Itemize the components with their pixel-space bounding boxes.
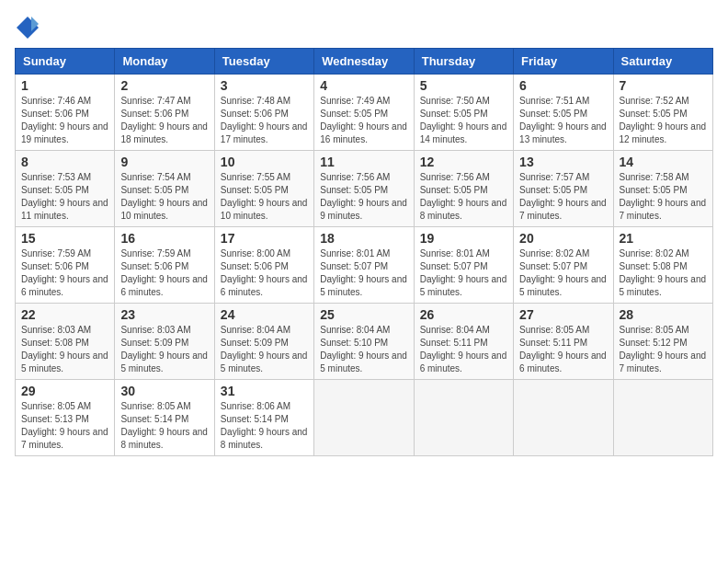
day-info: Sunrise: 8:00 AMSunset: 5:06 PMDaylight:… <box>221 247 308 299</box>
day-number: 31 <box>221 384 308 398</box>
header-sunday: Sunday <box>16 49 115 75</box>
day-number: 13 <box>519 155 607 169</box>
day-info: Sunrise: 7:56 AMSunset: 5:05 PMDaylight:… <box>420 171 507 223</box>
day-info: Sunrise: 7:50 AMSunset: 5:05 PMDaylight:… <box>420 95 507 146</box>
day-info: Sunrise: 8:03 AMSunset: 5:08 PMDaylight:… <box>21 324 108 375</box>
day-info: Sunrise: 8:05 AMSunset: 5:12 PMDaylight:… <box>620 324 707 375</box>
day-info: Sunrise: 8:05 AMSunset: 5:14 PMDaylight:… <box>120 400 208 452</box>
day-number: 10 <box>221 155 308 169</box>
day-number: 22 <box>21 307 108 322</box>
day-info: Sunrise: 8:04 AMSunset: 5:09 PMDaylight:… <box>221 324 308 375</box>
day-number: 1 <box>21 78 108 93</box>
day-info: Sunrise: 7:48 AMSunset: 5:06 PMDaylight:… <box>221 95 308 146</box>
day-info: Sunrise: 8:03 AMSunset: 5:09 PMDaylight:… <box>120 324 208 375</box>
day-cell-31: 31Sunrise: 8:06 AMSunset: 5:14 PMDayligh… <box>214 380 313 456</box>
day-cell-6: 6Sunrise: 7:51 AMSunset: 5:05 PMDaylight… <box>514 75 613 151</box>
day-cell-29: 29Sunrise: 8:05 AMSunset: 5:13 PMDayligh… <box>16 380 115 456</box>
day-info: Sunrise: 7:53 AMSunset: 5:05 PMDaylight:… <box>21 171 108 223</box>
day-cell-2: 2Sunrise: 7:47 AMSunset: 5:06 PMDaylight… <box>115 75 214 151</box>
day-info: Sunrise: 8:02 AMSunset: 5:07 PMDaylight:… <box>519 247 607 299</box>
day-info: Sunrise: 8:01 AMSunset: 5:07 PMDaylight:… <box>420 247 507 299</box>
week-row-3: 15Sunrise: 7:59 AMSunset: 5:06 PMDayligh… <box>16 227 713 304</box>
day-info: Sunrise: 8:05 AMSunset: 5:13 PMDaylight:… <box>21 400 108 452</box>
day-info: Sunrise: 7:54 AMSunset: 5:05 PMDaylight:… <box>120 171 208 223</box>
day-number: 8 <box>21 155 108 169</box>
day-cell-8: 8Sunrise: 7:53 AMSunset: 5:05 PMDaylight… <box>16 151 115 227</box>
day-info: Sunrise: 7:57 AMSunset: 5:05 PMDaylight:… <box>519 171 607 223</box>
header-saturday: Saturday <box>613 49 712 75</box>
day-number: 11 <box>320 155 407 169</box>
day-number: 25 <box>320 307 407 322</box>
day-cell-7: 7Sunrise: 7:52 AMSunset: 5:05 PMDaylight… <box>613 75 712 151</box>
day-info: Sunrise: 8:05 AMSunset: 5:11 PMDaylight:… <box>519 324 607 375</box>
day-cell-10: 10Sunrise: 7:55 AMSunset: 5:05 PMDayligh… <box>214 151 313 227</box>
day-number: 23 <box>120 307 208 322</box>
day-info: Sunrise: 7:59 AMSunset: 5:06 PMDaylight:… <box>120 247 208 299</box>
day-cell-17: 17Sunrise: 8:00 AMSunset: 5:06 PMDayligh… <box>214 227 313 304</box>
day-info: Sunrise: 7:55 AMSunset: 5:05 PMDaylight:… <box>221 171 308 223</box>
day-number: 3 <box>221 78 308 93</box>
day-cell-24: 24Sunrise: 8:04 AMSunset: 5:09 PMDayligh… <box>214 304 313 380</box>
header-tuesday: Tuesday <box>214 49 313 75</box>
day-cell-15: 15Sunrise: 7:59 AMSunset: 5:06 PMDayligh… <box>16 227 115 304</box>
day-cell-20: 20Sunrise: 8:02 AMSunset: 5:07 PMDayligh… <box>514 227 613 304</box>
day-number: 14 <box>620 155 707 169</box>
logo <box>15 15 44 40</box>
day-number: 19 <box>420 231 507 246</box>
day-number: 26 <box>420 307 507 322</box>
day-cell-21: 21Sunrise: 8:02 AMSunset: 5:08 PMDayligh… <box>613 227 712 304</box>
empty-cell <box>314 380 414 456</box>
day-info: Sunrise: 8:06 AMSunset: 5:14 PMDaylight:… <box>221 400 308 452</box>
day-cell-4: 4Sunrise: 7:49 AMSunset: 5:05 PMDaylight… <box>314 75 414 151</box>
week-row-4: 22Sunrise: 8:03 AMSunset: 5:08 PMDayligh… <box>16 304 713 380</box>
day-cell-28: 28Sunrise: 8:05 AMSunset: 5:12 PMDayligh… <box>613 304 712 380</box>
day-cell-3: 3Sunrise: 7:48 AMSunset: 5:06 PMDaylight… <box>214 75 313 151</box>
day-number: 21 <box>620 231 707 246</box>
day-cell-16: 16Sunrise: 7:59 AMSunset: 5:06 PMDayligh… <box>115 227 214 304</box>
day-cell-11: 11Sunrise: 7:56 AMSunset: 5:05 PMDayligh… <box>314 151 414 227</box>
header-friday: Friday <box>514 49 613 75</box>
day-cell-30: 30Sunrise: 8:05 AMSunset: 5:14 PMDayligh… <box>115 380 214 456</box>
header-row: SundayMondayTuesdayWednesdayThursdayFrid… <box>16 49 713 75</box>
day-number: 16 <box>120 231 208 246</box>
day-cell-23: 23Sunrise: 8:03 AMSunset: 5:09 PMDayligh… <box>115 304 214 380</box>
calendar-table: SundayMondayTuesdayWednesdayThursdayFrid… <box>15 48 713 456</box>
day-cell-1: 1Sunrise: 7:46 AMSunset: 5:06 PMDaylight… <box>16 75 115 151</box>
day-info: Sunrise: 8:04 AMSunset: 5:10 PMDaylight:… <box>320 324 407 375</box>
day-cell-19: 19Sunrise: 8:01 AMSunset: 5:07 PMDayligh… <box>414 227 513 304</box>
day-number: 24 <box>221 307 308 322</box>
day-info: Sunrise: 7:52 AMSunset: 5:05 PMDaylight:… <box>620 95 707 146</box>
day-number: 20 <box>519 231 607 246</box>
day-info: Sunrise: 7:49 AMSunset: 5:05 PMDaylight:… <box>320 95 407 146</box>
empty-cell <box>414 380 513 456</box>
day-cell-26: 26Sunrise: 8:04 AMSunset: 5:11 PMDayligh… <box>414 304 513 380</box>
day-number: 27 <box>519 307 607 322</box>
day-number: 4 <box>320 78 407 93</box>
day-info: Sunrise: 8:01 AMSunset: 5:07 PMDaylight:… <box>320 247 407 299</box>
day-number: 2 <box>120 78 208 93</box>
week-row-1: 1Sunrise: 7:46 AMSunset: 5:06 PMDaylight… <box>16 75 713 151</box>
day-info: Sunrise: 8:02 AMSunset: 5:08 PMDaylight:… <box>620 247 707 299</box>
day-number: 15 <box>21 231 108 246</box>
week-row-2: 8Sunrise: 7:53 AMSunset: 5:05 PMDaylight… <box>16 151 713 227</box>
day-number: 17 <box>221 231 308 246</box>
empty-cell <box>514 380 613 456</box>
page-header <box>15 15 713 40</box>
day-number: 28 <box>620 307 707 322</box>
day-info: Sunrise: 7:46 AMSunset: 5:06 PMDaylight:… <box>21 95 108 146</box>
day-info: Sunrise: 7:56 AMSunset: 5:05 PMDaylight:… <box>320 171 407 223</box>
day-cell-5: 5Sunrise: 7:50 AMSunset: 5:05 PMDaylight… <box>414 75 513 151</box>
day-number: 9 <box>120 155 208 169</box>
day-number: 12 <box>420 155 507 169</box>
day-cell-12: 12Sunrise: 7:56 AMSunset: 5:05 PMDayligh… <box>414 151 513 227</box>
day-number: 5 <box>420 78 507 93</box>
logo-icon <box>15 15 40 40</box>
day-info: Sunrise: 7:59 AMSunset: 5:06 PMDaylight:… <box>21 247 108 299</box>
header-thursday: Thursday <box>414 49 513 75</box>
day-cell-25: 25Sunrise: 8:04 AMSunset: 5:10 PMDayligh… <box>314 304 414 380</box>
day-number: 30 <box>120 384 208 398</box>
day-number: 7 <box>620 78 707 93</box>
empty-cell <box>613 380 712 456</box>
day-info: Sunrise: 7:51 AMSunset: 5:05 PMDaylight:… <box>519 95 607 146</box>
day-number: 6 <box>519 78 607 93</box>
